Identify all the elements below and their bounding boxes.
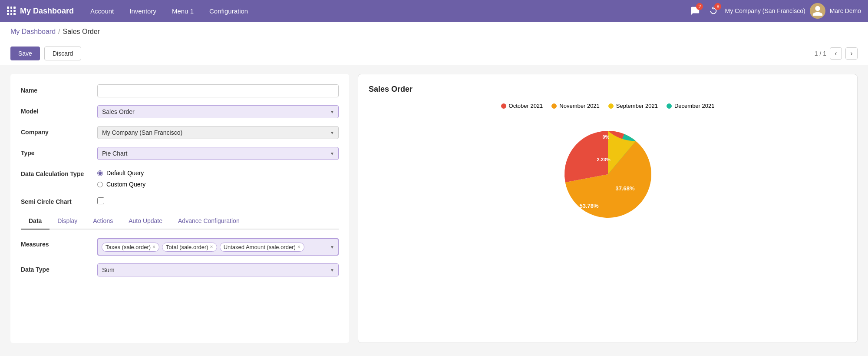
radio-default-label: Default Query — [106, 170, 144, 176]
nav-configuration[interactable]: Configuration — [201, 0, 256, 22]
pagination-text: 1 / 1 — [815, 50, 826, 57]
tab-display[interactable]: Display — [50, 213, 85, 230]
pie-chart-container: 53.78% 37.68% 2.23% 0% — [369, 118, 847, 240]
save-button[interactable]: Save — [10, 47, 40, 60]
model-label: Model — [21, 105, 90, 115]
name-field — [97, 84, 339, 97]
legend-label-2: September 2021 — [616, 103, 658, 109]
prev-page-button[interactable]: ‹ — [830, 47, 842, 60]
messages-badge: 2 — [696, 3, 703, 10]
nav-account[interactable]: Account — [83, 0, 122, 22]
semi-circle-checkbox-wrapper — [97, 196, 339, 204]
company-row: Company My Company (San Francisco) — [21, 126, 339, 139]
breadcrumb-parent[interactable]: My Dashboard — [10, 28, 56, 36]
legend-label-1: November 2021 — [559, 103, 600, 109]
data-type-select[interactable]: Sum — [97, 263, 339, 276]
nav-inventory[interactable]: Inventory — [122, 0, 164, 22]
toolbar-left: Save Discard — [10, 47, 81, 60]
legend-dot-3 — [667, 103, 672, 109]
tab-actions[interactable]: Actions — [85, 213, 121, 230]
radio-custom-query[interactable]: Custom Query — [97, 181, 339, 188]
radio-default-input[interactable] — [97, 170, 103, 176]
company-label: Company — [21, 126, 90, 136]
user-avatar[interactable] — [810, 3, 825, 19]
measures-dropdown-arrow: ▼ — [330, 245, 334, 250]
toolbar: Save Discard 1 / 1 ‹ › — [0, 42, 868, 65]
brand-title: My Dashboard — [20, 7, 74, 16]
name-input[interactable] — [97, 84, 339, 97]
legend-item-2: September 2021 — [608, 103, 658, 109]
topnav-menu: Account Inventory Menu 1 Configuration — [83, 0, 688, 22]
measure-tag-2: Untaxed Amount (sale.order) × — [220, 243, 304, 252]
legend-dot-2 — [608, 103, 614, 109]
model-row: Model Sales Order — [21, 105, 339, 118]
legend-item-0: October 2021 — [501, 103, 543, 109]
semi-circle-row: Semi Circle Chart — [21, 196, 339, 205]
updates-icon[interactable]: 8 — [706, 4, 720, 18]
type-label: Type — [21, 147, 90, 156]
messages-icon[interactable]: 2 — [688, 4, 702, 18]
form-panel: Name Model Sales Order Company My Compan… — [10, 74, 349, 343]
measures-field[interactable]: Taxes (sale.order) × Total (sale.order) … — [97, 238, 339, 256]
company-field: My Company (San Francisco) — [97, 126, 339, 139]
semi-circle-checkbox[interactable] — [97, 197, 104, 204]
legend-dot-0 — [501, 103, 506, 109]
model-field: Sales Order — [97, 105, 339, 118]
company-name: My Company (San Francisco) — [725, 7, 805, 14]
breadcrumb-separator: / — [58, 28, 60, 36]
pie-label-dec: 0% — [603, 134, 610, 140]
semi-circle-field — [97, 196, 339, 204]
data-calc-row: Data Calculation Type Default Query Cust… — [21, 168, 339, 188]
remove-measure-2[interactable]: × — [297, 244, 300, 250]
topnav: My Dashboard Account Inventory Menu 1 Co… — [0, 0, 868, 22]
pie-label-nov: 53.78% — [580, 203, 599, 209]
updates-badge: 8 — [714, 3, 721, 10]
tab-auto-update[interactable]: Auto Update — [121, 213, 170, 230]
grid-icon — [7, 7, 16, 15]
breadcrumb: My Dashboard / Sales Order — [0, 22, 868, 42]
topnav-right: 2 8 My Company (San Francisco) Marc Demo — [688, 3, 861, 19]
next-page-button[interactable]: › — [845, 47, 858, 60]
pie-label-oct: 37.68% — [616, 185, 635, 192]
user-name: Marc Demo — [830, 7, 861, 14]
pie-label-sep: 2.23% — [597, 157, 611, 162]
pagination: 1 / 1 ‹ › — [815, 47, 858, 60]
measures-label: Measures — [21, 238, 90, 248]
radio-custom-label: Custom Query — [106, 181, 145, 188]
type-select[interactable]: Pie Chart — [97, 147, 339, 160]
brand[interactable]: My Dashboard — [7, 7, 74, 16]
discard-button[interactable]: Discard — [44, 47, 81, 60]
legend-dot-1 — [551, 103, 557, 109]
nav-menu1[interactable]: Menu 1 — [164, 0, 201, 22]
tab-advance-config[interactable]: Advance Configuration — [170, 213, 248, 230]
measure-tag-1: Total (sale.order) × — [162, 243, 217, 252]
legend-label-3: December 2021 — [674, 103, 715, 109]
type-field: Pie Chart — [97, 147, 339, 160]
remove-measure-1[interactable]: × — [210, 244, 213, 250]
pie-chart-wrapper: 53.78% 37.68% 2.23% 0% — [551, 118, 664, 240]
main-content: Name Model Sales Order Company My Compan… — [0, 65, 868, 352]
measures-row: Measures Taxes (sale.order) × Total (sal… — [21, 238, 339, 256]
measure-tag-0: Taxes (sale.order) × — [102, 243, 159, 252]
measures-field-wrapper: Taxes (sale.order) × Total (sale.order) … — [97, 238, 339, 256]
radio-custom-input[interactable] — [97, 182, 103, 187]
name-row: Name — [21, 84, 339, 97]
type-row: Type Pie Chart — [21, 147, 339, 160]
radio-group: Default Query Custom Query — [97, 168, 339, 188]
tab-data[interactable]: Data — [21, 213, 50, 230]
model-select[interactable]: Sales Order — [97, 105, 339, 118]
legend-item-3: December 2021 — [667, 103, 715, 109]
company-select[interactable]: My Company (San Francisco) — [97, 126, 339, 139]
data-type-row: Data Type Sum — [21, 263, 339, 276]
legend-item-1: November 2021 — [551, 103, 600, 109]
chart-panel: Sales Order October 2021 November 2021 S… — [358, 74, 858, 343]
name-label: Name — [21, 84, 90, 94]
chart-title: Sales Order — [369, 85, 847, 94]
semi-circle-label: Semi Circle Chart — [21, 196, 90, 205]
remove-measure-0[interactable]: × — [152, 244, 155, 250]
data-calc-label: Data Calculation Type — [21, 168, 90, 177]
data-type-field: Sum — [97, 263, 339, 276]
radio-default-query[interactable]: Default Query — [97, 170, 339, 176]
data-type-label: Data Type — [21, 263, 90, 273]
legend-label-0: October 2021 — [509, 103, 543, 109]
